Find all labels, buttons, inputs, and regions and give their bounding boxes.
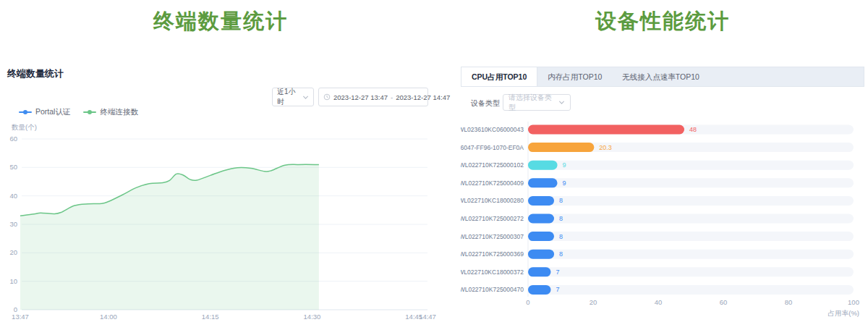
time-range-select[interactable]: 近1小时 — [272, 88, 314, 106]
svg-text:14:30: 14:30 — [304, 313, 321, 321]
chevron-down-icon — [558, 99, 565, 106]
chevron-down-icon — [302, 94, 309, 101]
bar — [528, 214, 554, 224]
svg-text:100: 100 — [848, 298, 859, 306]
svg-text:10: 10 — [9, 277, 17, 285]
bar-row: 6047-FF96-1070-EF0A20.3 — [461, 143, 854, 152]
bar-value-label: 8 — [559, 250, 563, 258]
terminal-page-title: 终端数量统计 — [0, 7, 441, 36]
terminal-card-title: 终端数量统计 — [7, 67, 64, 80]
bar-row: WL023610KC0600004348 — [461, 125, 854, 135]
bar-value-label: 8 — [559, 233, 563, 240]
bar-value-label: 8 — [559, 215, 563, 222]
date-range-start[interactable]: 2023-12-27 13:47 — [333, 93, 388, 101]
bar — [528, 196, 554, 206]
bar-value-label: 7 — [556, 286, 560, 293]
bar-track — [528, 161, 854, 170]
terminal-stats-panel: 终端数量统计 终端数量统计 近1小时 2023-12-27 13:47 - 20… — [0, 0, 441, 330]
bar — [528, 232, 554, 241]
y-axis-label: 数量(个) — [12, 123, 37, 132]
svg-text:14:47: 14:47 — [419, 313, 436, 321]
bar-value-label: 48 — [689, 126, 697, 133]
performance-page-title: 设备性能统计 — [461, 7, 864, 36]
performance-stats-panel: 设备性能统计 CPU占用TOP10内存占用TOP10无线接入点速率TOP10 设… — [461, 0, 864, 330]
legend-item-0[interactable]: Portal认证 — [19, 107, 70, 117]
date-range-separator: - — [391, 93, 393, 101]
bar — [528, 285, 551, 295]
bar-category-label: WL022710K725000369 — [461, 250, 524, 258]
y-axis-ticks: 0102030405060 — [9, 135, 17, 313]
bar-value-label: 9 — [563, 161, 566, 169]
bar-track — [528, 214, 854, 224]
bar-row: WL022710K7250003698 — [461, 250, 854, 259]
performance-tabs: CPU占用TOP10内存占用TOP10无线接入点速率TOP10 — [461, 67, 864, 87]
bar-category-label: WL022710KC18000372 — [461, 268, 524, 276]
svg-text:50: 50 — [9, 163, 17, 171]
area-fill — [20, 164, 319, 310]
svg-text:13:47: 13:47 — [12, 313, 29, 321]
x-axis-ticks: 020406080100 — [526, 298, 859, 306]
svg-text:14:15: 14:15 — [202, 313, 219, 321]
bar — [528, 178, 558, 187]
bar-row: WL022710K7250002728 — [461, 214, 854, 224]
device-type-label: 设备类型 — [471, 98, 500, 109]
bar-row: WL022710K7250004099 — [461, 178, 854, 187]
chart-legend: Portal认证终端连接数 — [19, 107, 138, 117]
bar-track — [528, 267, 854, 276]
svg-text:20: 20 — [9, 248, 17, 256]
bar-category-label: WL023610KC06000043 — [461, 126, 524, 133]
time-range-value: 近1小时 — [277, 87, 302, 107]
bar-row: WL022710K7250003078 — [461, 232, 854, 241]
svg-text:60: 60 — [720, 298, 728, 306]
x-axis-ticks: 13:4714:0014:1514:3014:4514:47 — [12, 313, 436, 321]
bar-row: WL022710KC180003727 — [461, 267, 854, 276]
bar-category-label: 6047-FF96-1070-EF0A — [461, 144, 524, 151]
svg-text:14:00: 14:00 — [100, 313, 117, 321]
svg-text:80: 80 — [785, 298, 793, 306]
device-type-placeholder: 请选择设备类型 — [509, 93, 558, 113]
tab-2[interactable]: 无线接入点速率TOP10 — [612, 67, 710, 86]
terminal-trend-chart: 010203040506013:4714:0014:1514:3014:4514… — [0, 134, 441, 330]
bar-row: WL022710KC180002808 — [461, 196, 854, 206]
bar-value-label: 20.3 — [599, 144, 612, 151]
date-range-picker[interactable]: 2023-12-27 13:47 - 2023-12-27 14:47 — [318, 88, 428, 106]
tab-1[interactable]: 内存占用TOP10 — [537, 67, 612, 86]
bar-track — [528, 250, 854, 259]
bar-category-label: WL022710K725000102 — [461, 161, 524, 169]
bar-value-label: 8 — [559, 197, 563, 204]
bar-row: WL022710K7250001029 — [461, 161, 854, 170]
legend-marker-icon — [19, 109, 32, 115]
date-range-end[interactable]: 2023-12-27 14:47 — [396, 93, 450, 101]
legend-marker-icon — [83, 109, 96, 115]
tab-0[interactable]: CPU占用TOP10 — [461, 67, 537, 86]
cpu-top10-chart: WL023610KC06000043486047-FF96-1070-EF0A2… — [461, 116, 864, 330]
bar — [528, 250, 554, 259]
x-axis-label: 占用率(%) — [828, 309, 859, 317]
series-lines — [20, 164, 319, 310]
bar — [528, 267, 551, 276]
svg-text:40: 40 — [9, 192, 17, 200]
clock-icon — [323, 93, 331, 101]
svg-text:40: 40 — [655, 298, 663, 306]
bar-category-label: WL022710K725000272 — [461, 215, 524, 222]
bar-track — [528, 285, 854, 295]
bar-track — [528, 232, 854, 241]
bar — [528, 143, 594, 152]
bar — [528, 125, 684, 135]
bar-value-label: 7 — [556, 268, 560, 276]
bar-track — [528, 178, 854, 187]
bar-track — [528, 196, 854, 206]
legend-label: Portal认证 — [35, 107, 70, 117]
bar-category-label: WL022710K725000307 — [461, 233, 524, 240]
legend-label: 终端连接数 — [100, 107, 138, 117]
device-type-select[interactable]: 请选择设备类型 — [503, 94, 571, 111]
svg-text:0: 0 — [526, 298, 529, 306]
svg-text:60: 60 — [9, 135, 17, 143]
svg-text:20: 20 — [590, 298, 597, 306]
bar-row: WL022710K7250004707 — [461, 285, 854, 295]
legend-item-1[interactable]: 终端连接数 — [83, 107, 138, 117]
bar-value-label: 9 — [563, 179, 566, 187]
bar-category-label: WL022710K725000470 — [461, 286, 524, 293]
bar-category-label: WL022710KC18000280 — [461, 197, 524, 204]
svg-text:30: 30 — [9, 220, 17, 228]
